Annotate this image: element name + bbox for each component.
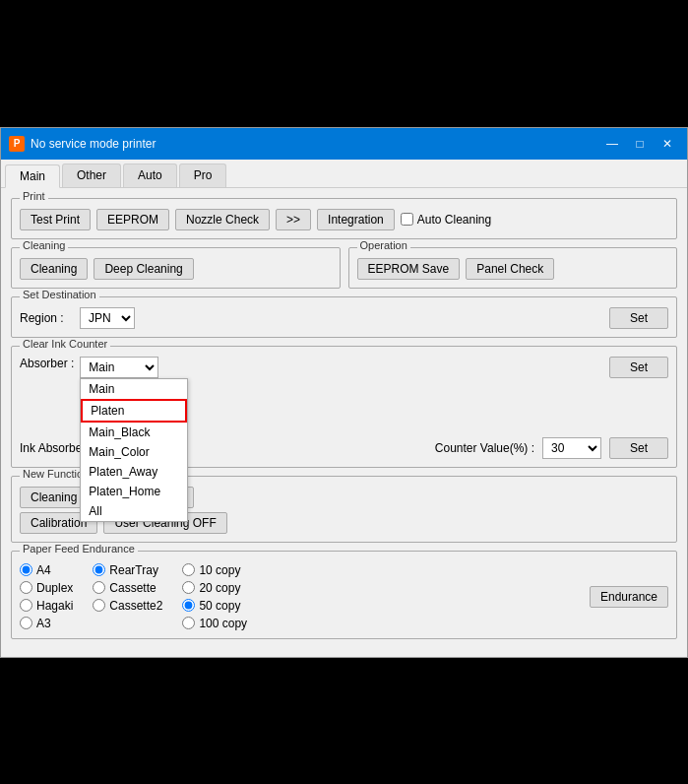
radio-a4-label[interactable]: A4 — [20, 563, 73, 577]
panel-check-button[interactable]: Panel Check — [466, 258, 554, 280]
radio-20copy-label[interactable]: 20 copy — [182, 581, 247, 595]
radio-cassette-label[interactable]: Cassette — [93, 581, 162, 595]
dropdown-item-all[interactable]: All — [81, 501, 187, 521]
deep-cleaning-button[interactable]: Deep Cleaning — [94, 258, 193, 280]
set-destination-group: Set Destination Region : JPN USA EUR Set — [11, 296, 677, 338]
test-print-button[interactable]: Test Print — [20, 209, 91, 230]
auto-cleaning-label: Auto Cleaning — [417, 213, 491, 227]
dropdown-item-platen-home[interactable]: Platen_Home — [81, 482, 187, 501]
radio-100copy[interactable] — [182, 617, 195, 629]
nozzle-check-button[interactable]: Nozzle Check — [175, 209, 270, 230]
reartray-text: RearTray — [109, 563, 158, 577]
radio-duplex[interactable] — [20, 581, 32, 594]
cleaning-button[interactable]: Cleaning — [20, 258, 88, 280]
paper-feed-label: Paper Feed Endurance — [20, 543, 138, 555]
close-button[interactable]: ✕ — [656, 134, 679, 154]
title-controls: — □ ✕ — [600, 134, 679, 154]
100copy-text: 100 copy — [199, 617, 247, 630]
operation-group-label: Operation — [357, 239, 410, 251]
cassette2-text: Cassette2 — [109, 599, 162, 613]
radio-10copy[interactable] — [182, 563, 195, 576]
set-ink-absorber-button[interactable]: Set — [609, 437, 668, 459]
counter-value-select[interactable]: 30 50 70 100 — [542, 437, 601, 459]
paper-feed-inner: A4 Duplex Hagaki A3 RearTray — [20, 563, 668, 630]
a4-text: A4 — [36, 563, 51, 577]
minimize-button[interactable]: — — [600, 134, 624, 154]
cleaning-operation-row: Cleaning Cleaning Deep Cleaning Operatio… — [11, 247, 677, 296]
radio-hagaki[interactable] — [20, 599, 32, 612]
50copy-text: 50 copy — [199, 599, 240, 613]
endurance-button[interactable]: Endurance — [590, 586, 668, 608]
copy-options-col: 10 copy 20 copy 50 copy 100 copy — [182, 563, 247, 630]
dropdown-item-platen[interactable]: Platen — [81, 399, 187, 423]
cleaning-group-label: Cleaning — [20, 239, 68, 251]
clear-ink-counter-label: Clear Ink Counter — [20, 338, 110, 350]
arrow-button[interactable]: >> — [276, 209, 311, 230]
cassette-text: Cassette — [109, 581, 156, 595]
radio-reartray[interactable] — [93, 563, 105, 576]
main-content: Print Test Print EEPROM Nozzle Check >> … — [1, 188, 687, 657]
dropdown-item-main-color[interactable]: Main_Color — [81, 442, 187, 462]
tab-pro[interactable]: Pro — [179, 163, 227, 187]
set-destination-label: Set Destination — [20, 289, 99, 300]
counter-value-label: Counter Value(%) : — [435, 441, 534, 455]
clear-ink-counter-group: Clear Ink Counter Absorber : Main Main P… — [11, 346, 677, 468]
radio-a3-label[interactable]: A3 — [20, 617, 73, 630]
auto-cleaning-checkbox-label[interactable]: Auto Cleaning — [401, 213, 491, 227]
radio-reartray-label[interactable]: RearTray — [93, 563, 162, 577]
tabs-bar: Main Other Auto Pro — [1, 160, 687, 188]
radio-50copy[interactable] — [182, 599, 195, 612]
radio-cassette2[interactable] — [93, 599, 105, 612]
radio-duplex-label[interactable]: Duplex — [20, 581, 73, 595]
paper-type-col: A4 Duplex Hagaki A3 — [20, 563, 73, 630]
print-group: Print Test Print EEPROM Nozzle Check >> … — [11, 198, 677, 239]
region-select[interactable]: JPN USA EUR — [80, 307, 135, 329]
radio-100copy-label[interactable]: 100 copy — [182, 617, 247, 630]
absorber-label-ci: Absorber : — [20, 357, 74, 370]
10copy-text: 10 copy — [199, 563, 240, 577]
feed-type-col: RearTray Cassette Cassette2 — [93, 563, 162, 630]
hagaki-text: Hagaki — [36, 599, 73, 613]
absorber-dropdown-menu: Main Platen Main_Black Main_Color Platen… — [80, 378, 188, 522]
region-label: Region : — [20, 311, 74, 325]
print-group-label: Print — [20, 190, 48, 202]
radio-cassette[interactable] — [93, 581, 105, 594]
20copy-text: 20 copy — [199, 581, 240, 595]
radio-20copy[interactable] — [182, 581, 195, 594]
radio-50copy-label[interactable]: 50 copy — [182, 599, 247, 613]
title-bar: P No service mode printer — □ ✕ — [1, 128, 687, 160]
tab-auto[interactable]: Auto — [123, 163, 177, 187]
a3-text: A3 — [36, 617, 51, 630]
radio-hagaki-label[interactable]: Hagaki — [20, 599, 73, 613]
tab-other[interactable]: Other — [62, 163, 121, 187]
integration-button[interactable]: Integration — [317, 209, 395, 230]
dropdown-item-platen-away[interactable]: Platen_Away — [81, 462, 187, 482]
maximize-button[interactable]: □ — [628, 134, 652, 154]
operation-group: Operation EEPROM Save Panel Check — [348, 247, 678, 289]
absorber-select[interactable]: Main — [80, 357, 158, 378]
set-clear-ink-button[interactable]: Set — [609, 357, 668, 378]
radio-a4[interactable] — [20, 563, 32, 576]
radio-a3[interactable] — [20, 617, 32, 629]
eeprom-save-button[interactable]: EEPROM Save — [357, 258, 461, 280]
eeprom-button[interactable]: EEPROM — [96, 209, 169, 230]
dropdown-item-main[interactable]: Main — [81, 379, 187, 399]
cleaning-group: Cleaning Cleaning Deep Cleaning — [11, 247, 341, 289]
tab-main[interactable]: Main — [5, 164, 60, 188]
dropdown-item-main-black[interactable]: Main_Black — [81, 423, 187, 442]
duplex-text: Duplex — [36, 581, 73, 595]
auto-cleaning-checkbox[interactable] — [401, 213, 413, 226]
app-icon: P — [9, 136, 25, 152]
paper-feed-group: Paper Feed Endurance A4 Duplex Hagaki A3 — [11, 551, 677, 639]
main-window: P No service mode printer — □ ✕ Main Oth… — [0, 127, 688, 658]
set-destination-button[interactable]: Set — [609, 307, 668, 329]
absorber-dropdown-container: Main Main Platen Main_Black Main_Color P… — [80, 357, 158, 378]
endurance-col: Endurance — [590, 563, 668, 630]
window-title: No service mode printer — [31, 137, 600, 151]
radio-10copy-label[interactable]: 10 copy — [182, 563, 247, 577]
radio-cassette2-label[interactable]: Cassette2 — [93, 599, 162, 613]
